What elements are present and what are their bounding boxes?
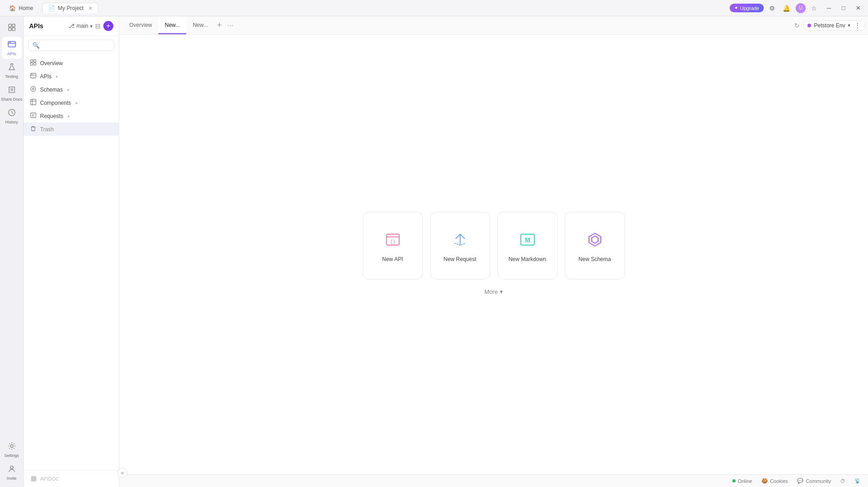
apidoc-logo: APIDOC bbox=[30, 475, 112, 482]
sidebar: APIs ⎇ main ▾ ⊟ + 🔍 Overview bbox=[24, 16, 119, 487]
add-tab-btn[interactable]: + bbox=[214, 21, 225, 30]
extra-status-2[interactable]: 📡 bbox=[854, 478, 861, 484]
sidebar-header-actions: ⎇ main ▾ ⊟ + bbox=[68, 21, 113, 31]
sidebar-item-apis[interactable]: APIs ▸ bbox=[24, 70, 119, 83]
project-icon: 📄 bbox=[48, 5, 55, 11]
more-options-btn[interactable]: More ▾ bbox=[481, 287, 507, 297]
tab-bar-right: ↻ Petstore Env ▾ ⋮ bbox=[794, 21, 864, 31]
search-input[interactable] bbox=[42, 42, 110, 49]
refresh-btn[interactable]: ↻ bbox=[794, 22, 800, 29]
branch-selector[interactable]: ⎇ main ▾ bbox=[68, 23, 92, 29]
community-icon: 💬 bbox=[797, 478, 803, 484]
svg-point-20 bbox=[31, 87, 36, 92]
settings-rail-icon bbox=[7, 441, 16, 452]
rail-item-testing[interactable]: Testing bbox=[2, 60, 22, 82]
tab-close-btn[interactable]: ✕ bbox=[88, 5, 92, 11]
close-btn[interactable]: ✕ bbox=[852, 4, 864, 13]
window-controls: ─ □ ✕ bbox=[822, 4, 864, 13]
apis-nav-label: APIs bbox=[40, 73, 51, 80]
new-api-card[interactable]: {} New API bbox=[363, 212, 423, 279]
requests-nav-arrow: ▸ bbox=[68, 113, 70, 118]
svg-rect-0 bbox=[9, 24, 11, 27]
sidebar-footer: APIDOC bbox=[24, 470, 119, 487]
env-label: Petstore Env bbox=[814, 22, 845, 29]
components-nav-label: Components bbox=[40, 100, 71, 106]
svg-point-11 bbox=[10, 445, 13, 447]
community-label: Community bbox=[806, 478, 831, 484]
project-tab[interactable]: 📄 My Project ✕ bbox=[42, 3, 98, 13]
sidebar-item-schemas[interactable]: Schemas ▸ bbox=[24, 83, 119, 96]
rail-item-invite[interactable]: Invite bbox=[2, 461, 22, 483]
extra-status-1[interactable]: ⏱ bbox=[840, 478, 845, 484]
new-request-card[interactable]: New Request bbox=[430, 212, 490, 279]
cookies-status[interactable]: 🍪 Cookies bbox=[761, 478, 788, 484]
tab-new2-label: New... bbox=[193, 22, 208, 28]
env-selector[interactable]: Petstore Env ▾ ⋮ bbox=[803, 21, 864, 31]
online-status[interactable]: Online bbox=[732, 478, 752, 484]
add-new-btn[interactable]: + bbox=[103, 21, 113, 31]
rail-item-apis[interactable]: APIs bbox=[2, 37, 22, 59]
notification-icon-btn[interactable]: 🔔 bbox=[781, 4, 792, 13]
maximize-btn[interactable]: □ bbox=[837, 4, 850, 13]
sidebar-item-components[interactable]: Components ▸ bbox=[24, 96, 119, 109]
extra-icon-2: 📡 bbox=[854, 478, 861, 484]
home-tab[interactable]: 🏠 Home bbox=[4, 3, 39, 13]
sidebar-item-overview[interactable]: Overview bbox=[24, 56, 119, 70]
sidebar-item-requests[interactable]: Requests ▸ bbox=[24, 109, 119, 123]
svg-text:M: M bbox=[524, 237, 530, 244]
avatar[interactable]: U bbox=[796, 3, 806, 13]
main-content: Overview New... New... + ··· ↻ Petstore … bbox=[119, 16, 868, 487]
app-layout: APIs Testing Share Docs History Setting bbox=[0, 16, 868, 487]
sidebar-item-trash[interactable]: Trash bbox=[24, 123, 119, 136]
new-schema-card[interactable]: New Schema bbox=[565, 212, 625, 279]
rail-item-settings[interactable]: Settings bbox=[2, 439, 22, 461]
online-dot bbox=[732, 479, 736, 482]
sidebar-nav: Overview APIs ▸ Schemas ▸ Compo bbox=[24, 55, 119, 470]
svg-rect-28 bbox=[31, 476, 36, 482]
new-request-label: New Request bbox=[443, 256, 476, 262]
filter-btn[interactable]: ⊟ bbox=[95, 22, 101, 30]
overview-icon bbox=[30, 59, 36, 67]
svg-rect-3 bbox=[12, 28, 15, 31]
apidoc-label: APIDOC bbox=[40, 476, 59, 482]
rail-item-history[interactable]: History bbox=[2, 105, 22, 127]
new-schema-icon bbox=[584, 229, 606, 251]
online-label: Online bbox=[738, 478, 752, 484]
testing-rail-label: Testing bbox=[5, 74, 18, 79]
cookies-label: Cookies bbox=[770, 478, 788, 484]
community-status[interactable]: 💬 Community bbox=[797, 478, 831, 484]
svg-rect-15 bbox=[30, 63, 33, 65]
upgrade-label: Upgrade bbox=[740, 5, 759, 11]
requests-nav-label: Requests bbox=[40, 113, 63, 119]
more-tabs-btn[interactable]: ··· bbox=[224, 21, 236, 30]
new-markdown-card[interactable]: M New Markdown bbox=[497, 212, 558, 279]
tab-new1[interactable]: New... bbox=[158, 16, 186, 34]
svg-rect-25 bbox=[30, 113, 36, 118]
collapse-sidebar-btn[interactable]: « bbox=[117, 468, 127, 478]
minimize-btn[interactable]: ─ bbox=[822, 4, 835, 13]
settings-rail-label: Settings bbox=[4, 453, 19, 458]
settings-icon-btn[interactable]: ⚙ bbox=[767, 4, 777, 13]
svg-text:{}: {} bbox=[390, 239, 395, 244]
branch-label: main bbox=[76, 23, 88, 29]
new-api-label: New API bbox=[382, 256, 403, 262]
upgrade-button[interactable]: ✦ Upgrade bbox=[730, 4, 764, 12]
title-bar-right: ✦ Upgrade ⚙ 🔔 U ☆ ─ □ ✕ bbox=[730, 3, 864, 13]
svg-rect-14 bbox=[34, 60, 36, 62]
svg-rect-22 bbox=[30, 99, 36, 105]
rail-item-sharedocs[interactable]: Share Docs bbox=[2, 82, 22, 104]
rail-item-home[interactable] bbox=[2, 20, 22, 36]
tab-overview[interactable]: Overview bbox=[123, 16, 158, 34]
home-label: Home bbox=[19, 5, 33, 11]
star-icon-btn[interactable]: ☆ bbox=[809, 4, 819, 13]
requests-nav-icon bbox=[30, 112, 36, 120]
schemas-nav-label: Schemas bbox=[40, 87, 63, 93]
upgrade-icon: ✦ bbox=[734, 5, 738, 11]
overview-label: Overview bbox=[40, 60, 63, 67]
env-menu-btn[interactable]: ⋮ bbox=[855, 22, 860, 29]
title-bar: 🏠 Home 📄 My Project ✕ ✦ Upgrade ⚙ 🔔 U ☆ … bbox=[0, 0, 868, 16]
svg-rect-13 bbox=[30, 60, 33, 62]
tab-new2[interactable]: New... bbox=[186, 16, 214, 34]
title-bar-left: 🏠 Home 📄 My Project ✕ bbox=[4, 3, 98, 13]
apis-nav-arrow: ▸ bbox=[56, 74, 58, 79]
